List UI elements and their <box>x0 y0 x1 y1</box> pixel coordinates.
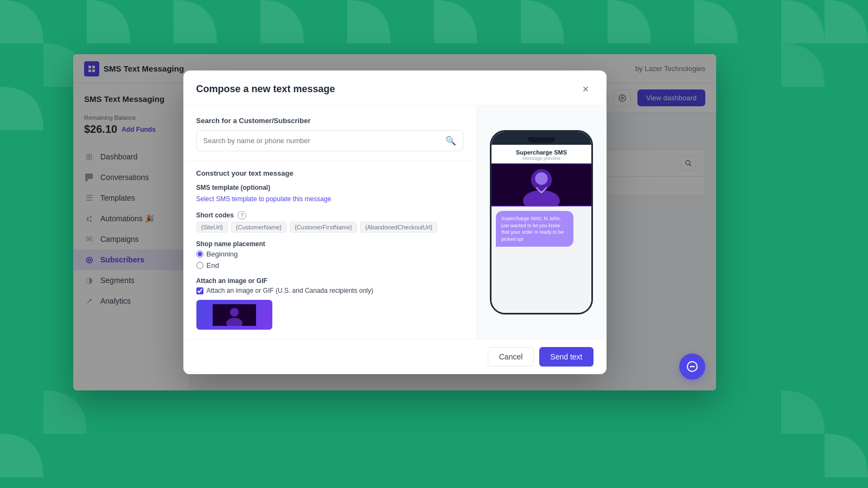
sms-template-group: SMS template (optional) Select SMS templ… <box>196 184 463 203</box>
modal-footer: Cancel Send text <box>183 339 607 374</box>
customer-search-field: 🔍 <box>196 130 463 151</box>
search-section-label: Search for a Customer/Subscriber <box>196 117 463 125</box>
phone-app-name: Supercharge SMS <box>498 149 585 156</box>
cancel-button[interactable]: Cancel <box>488 347 534 367</box>
radio-beginning-input[interactable] <box>196 251 203 258</box>
placement-radio-group: Beginning End <box>196 250 463 269</box>
chat-fab-button[interactable] <box>679 354 705 380</box>
phone-body: Supercharge SMS: hi John, just wanted to… <box>492 207 591 313</box>
short-code-1[interactable]: {CustomerName} <box>231 222 286 233</box>
short-codes-label: Short codes ? <box>196 211 463 220</box>
section-divider <box>183 160 476 160</box>
construct-label: Construct your text message <box>196 169 463 177</box>
modal-left-panel: Search for a Customer/Subscriber 🔍 Const… <box>183 106 476 339</box>
attach-image-group: Attach an image or GIF Attach an image o… <box>196 277 463 330</box>
short-codes-help-icon[interactable]: ? <box>238 211 246 220</box>
svg-point-10 <box>230 308 239 317</box>
short-code-2[interactable]: {CustomerFirstName} <box>290 222 357 233</box>
attach-checkbox-label[interactable]: Attach an image or GIF (U.S. and Canada … <box>196 287 463 294</box>
send-text-button[interactable]: Send text <box>539 347 593 367</box>
radio-beginning[interactable]: Beginning <box>196 250 463 258</box>
phone-notch <box>528 137 555 143</box>
shop-name-label: Shop name placement <box>196 240 463 248</box>
radio-end-input[interactable] <box>196 262 203 269</box>
modal-header: Compose a new text message × <box>183 70 607 106</box>
attach-label: Attach an image or GIF <box>196 277 463 285</box>
short-code-3[interactable]: {AbandonedCheckoutUrl} <box>360 222 437 233</box>
app-window: SMS Text Messaging by Lazer Technologies… <box>73 54 716 390</box>
short-codes-group: Short codes ? {SiteUrl} {CustomerName} {… <box>196 211 463 233</box>
customer-search-input[interactable] <box>203 137 441 145</box>
customer-search-icon[interactable]: 🔍 <box>445 136 456 146</box>
modal-overlay: Compose a new text message × Search for … <box>73 54 716 390</box>
phone-header: Supercharge SMS Message preview <box>492 145 591 163</box>
modal-title: Compose a new text message <box>196 84 335 95</box>
phone-message-bubble: Supercharge SMS: hi John, just wanted to… <box>496 211 573 247</box>
attached-image-thumbnail <box>196 300 272 330</box>
phone-preview-label: Message preview <box>498 156 585 161</box>
sms-template-link[interactable]: Select SMS template to populate this mes… <box>196 195 331 203</box>
short-code-0[interactable]: {SiteUrl} <box>196 222 228 233</box>
radio-end[interactable]: End <box>196 261 463 269</box>
attach-checkbox-input[interactable] <box>196 287 203 294</box>
phone-notch-area <box>492 135 591 145</box>
phone-mockup: Supercharge SMS Message preview <box>490 130 593 314</box>
shop-name-placement-group: Shop name placement Beginning End <box>196 240 463 269</box>
svg-point-20 <box>692 366 693 368</box>
svg-point-19 <box>690 366 692 368</box>
modal-close-button[interactable]: × <box>578 81 593 97</box>
svg-point-15 <box>535 172 547 185</box>
short-codes-row: {SiteUrl} {CustomerName} {CustomerFirstN… <box>196 222 463 233</box>
compose-modal: Compose a new text message × Search for … <box>183 70 607 374</box>
modal-right-panel: Supercharge SMS Message preview <box>476 106 607 339</box>
phone-image-area <box>492 163 591 207</box>
svg-point-21 <box>693 366 695 368</box>
sms-template-label: SMS template (optional) <box>196 184 463 191</box>
modal-body: Search for a Customer/Subscriber 🔍 Const… <box>183 106 607 339</box>
